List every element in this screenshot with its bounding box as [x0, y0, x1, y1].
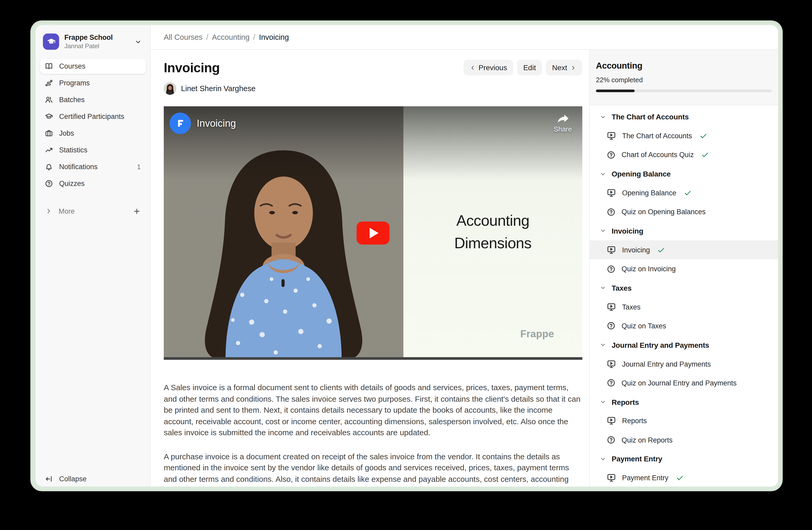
outline-lesson-label: Quiz on Reports	[622, 436, 672, 444]
outline-section-the-chart-of-accounts[interactable]: The Chart of Accounts	[590, 107, 778, 126]
previous-button[interactable]: Previous	[463, 60, 513, 75]
collapse-sidebar-icon	[45, 475, 53, 483]
sidebar-item-more[interactable]: More	[40, 204, 146, 219]
chevron-down-icon	[600, 285, 606, 291]
chevron-right-icon	[45, 207, 52, 215]
app-user-name: Jannat Patel	[64, 43, 113, 49]
share-button[interactable]: Share	[554, 113, 572, 133]
lesson-paragraph: A purchase invoice is a document created…	[164, 451, 582, 487]
check-icon	[699, 132, 707, 140]
outline-lesson-opening-balance[interactable]: Opening Balance	[590, 183, 778, 203]
check-icon	[676, 474, 684, 482]
outline-lesson-quiz-on-journal-entry-and-payments[interactable]: Quiz on Journal Entry and Payments	[590, 373, 778, 392]
app-title: Frappe School	[64, 34, 113, 41]
outline-lesson-the-chart-of-accounts[interactable]: The Chart of Accounts	[590, 126, 778, 145]
slide-title-line2: Dimensions	[403, 232, 582, 254]
course-outline: The Chart of AccountsThe Chart of Accoun…	[590, 105, 778, 487]
video-progress-bar[interactable]	[164, 357, 582, 360]
breadcrumb-separator: /	[253, 33, 255, 41]
outline-lesson-journal-entry-and-payments[interactable]: Journal Entry and Payments	[590, 354, 778, 374]
breadcrumb-separator: /	[206, 33, 208, 41]
video-lesson-icon	[607, 131, 616, 140]
app-switcher[interactable]: Frappe School Jannat Patel	[43, 33, 144, 50]
sidebar-item-statistics[interactable]: Statistics	[40, 142, 146, 158]
breadcrumb-link-accounting[interactable]: Accounting	[212, 33, 249, 41]
chevron-right-icon	[570, 65, 576, 70]
outline-lesson-label: Opening Balance	[622, 189, 676, 197]
programs-icon	[45, 79, 53, 87]
edit-label: Edit	[523, 64, 536, 72]
sidebar-item-label: Quizzes	[59, 180, 85, 187]
window-frame: Frappe School Jannat Patel CoursesProgra…	[30, 20, 783, 491]
outline-lesson-quiz-on-reports[interactable]: Quiz on Reports	[590, 431, 778, 450]
chevron-down-icon	[600, 456, 606, 462]
sidebar-item-jobs[interactable]: Jobs	[40, 126, 146, 141]
outline-section-title: Journal Entry and Payments	[612, 341, 709, 349]
outline-section-title: The Chart of Accounts	[612, 113, 689, 121]
quiz-icon	[607, 265, 615, 273]
sidebar-item-batches[interactable]: Batches	[40, 92, 146, 107]
avatar	[164, 82, 176, 95]
outline-lesson-payment-entry[interactable]: Payment Entry	[590, 469, 778, 487]
outline-lesson-invoicing[interactable]: Invoicing	[590, 240, 778, 260]
course-progress-header: Accounting 22% completed	[590, 50, 778, 105]
outline-lesson-quiz-on-taxes[interactable]: Quiz on Taxes	[590, 317, 778, 336]
outline-section-opening-balance[interactable]: Opening Balance	[590, 165, 778, 184]
outline-lesson-label: Reports	[622, 417, 647, 425]
lesson-body-text: A Sales invoice is a formal document sen…	[164, 382, 582, 487]
video-lesson-icon	[607, 245, 616, 254]
outline-lesson-label: Invoicing	[622, 246, 650, 254]
breadcrumb-link-all-courses[interactable]: All Courses	[164, 33, 202, 41]
progress-bar	[596, 89, 772, 92]
play-button[interactable]	[357, 222, 390, 245]
video-player[interactable]: Accounting Dimensions Frappe Invo	[164, 106, 582, 360]
sidebar-item-label: Batches	[59, 96, 85, 104]
channel-logo-icon[interactable]	[170, 113, 191, 134]
progress-bar-fill	[596, 89, 635, 92]
outline-lesson-quiz-on-invoicing[interactable]: Quiz on Invoicing	[590, 260, 778, 279]
sidebar-item-notifications[interactable]: Notifications1	[40, 159, 146, 175]
outline-lesson-label: The Chart of Accounts	[622, 132, 692, 140]
outline-lesson-reports[interactable]: Reports	[590, 412, 778, 431]
chevron-down-icon	[600, 114, 606, 120]
video-lesson-icon	[607, 417, 616, 426]
sidebar-item-label: Jobs	[59, 129, 74, 137]
sidebar-item-courses[interactable]: Courses	[40, 59, 146, 74]
outline-lesson-label: Quiz on Opening Balances	[622, 208, 706, 216]
collapse-label: Collapse	[59, 475, 87, 483]
outline-lesson-label: Taxes	[622, 303, 641, 311]
frappe-watermark: Frappe	[520, 329, 554, 340]
edit-button[interactable]: Edit	[517, 60, 542, 75]
sidebar: Frappe School Jannat Patel CoursesProgra…	[35, 25, 151, 487]
outline-lesson-chart-of-accounts-quiz[interactable]: Chart of Accounts Quiz	[590, 145, 778, 165]
plus-icon[interactable]	[133, 207, 141, 215]
topbar: All Courses/Accounting/Invoicing	[151, 25, 778, 50]
check-icon	[657, 246, 665, 254]
sidebar-item-programs[interactable]: Programs	[40, 75, 146, 90]
outline-section-payment-entry[interactable]: Payment Entry	[590, 450, 778, 469]
briefcase-icon	[45, 129, 53, 137]
author-name: Linet Sherin Varghese	[181, 84, 256, 93]
share-icon	[556, 113, 569, 124]
outline-section-invoicing[interactable]: Invoicing	[590, 222, 778, 241]
video-title-overlay[interactable]: Invoicing	[197, 117, 236, 129]
quiz-icon	[607, 436, 615, 444]
collapse-button[interactable]: Collapse	[40, 471, 146, 487]
screen: Frappe School Jannat Patel CoursesProgra…	[0, 0, 812, 530]
course-outline-panel: Accounting 22% completed The Chart of Ac…	[590, 50, 778, 487]
outline-section-title: Opening Balance	[612, 170, 671, 178]
app-window: Frappe School Jannat Patel CoursesProgra…	[35, 25, 778, 487]
outline-lesson-taxes[interactable]: Taxes	[590, 297, 778, 317]
outline-section-journal-entry-and-payments[interactable]: Journal Entry and Payments	[590, 335, 778, 354]
video-lesson-icon	[607, 303, 616, 311]
quiz-icon	[607, 208, 615, 216]
next-button[interactable]: Next	[546, 60, 582, 75]
sidebar-item-certified-participants[interactable]: Certified Participants	[40, 109, 146, 124]
chevron-down-icon	[134, 38, 142, 45]
outline-lesson-quiz-on-opening-balances[interactable]: Quiz on Opening Balances	[590, 203, 778, 222]
sidebar-item-quizzes[interactable]: Quizzes	[40, 176, 146, 191]
outline-section-taxes[interactable]: Taxes	[590, 278, 778, 297]
chevron-left-icon	[469, 65, 475, 70]
breadcrumb: All Courses/Accounting/Invoicing	[164, 33, 289, 41]
outline-section-reports[interactable]: Reports	[590, 392, 778, 412]
